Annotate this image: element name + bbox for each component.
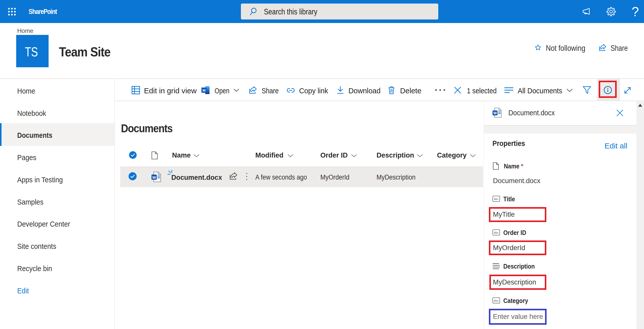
svg-text:W: W — [493, 111, 497, 115]
svg-text:W: W — [152, 175, 156, 180]
svg-text:W: W — [202, 89, 206, 92]
svg-text:Abc: Abc — [494, 198, 499, 201]
svg-text:Abc: Abc — [494, 299, 499, 302]
svg-text:Abc: Abc — [494, 231, 499, 234]
